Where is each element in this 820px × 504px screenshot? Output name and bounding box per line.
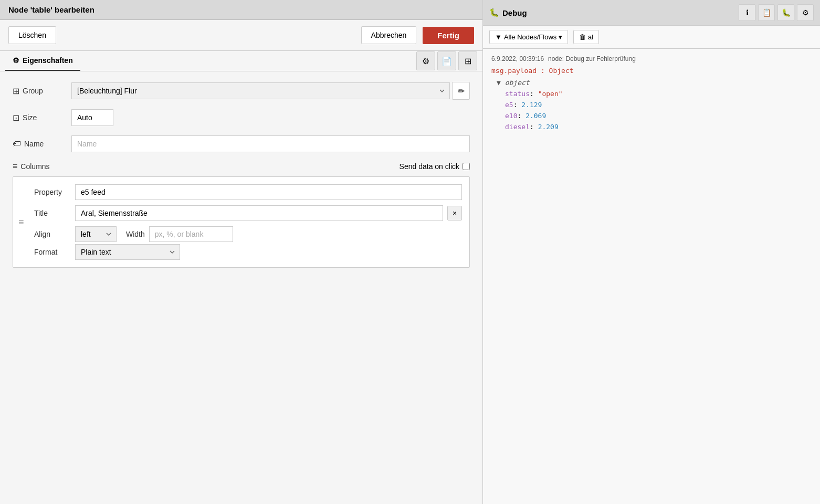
debug-payload-label: msg.payload : Object [491, 67, 812, 75]
columns-label-text: Columns [20, 162, 49, 171]
format-select[interactable]: Plain text HTML Link [75, 244, 180, 260]
width-label: Width [126, 230, 145, 238]
size-row: ⊡ Size [13, 109, 470, 126]
size-label-text: Size [23, 113, 37, 122]
align-label: Align [34, 230, 71, 238]
tab-label: Eigenschaften [23, 56, 73, 65]
group-row: ⊞ Group [Beleuchtung] Flur ✏ [13, 82, 470, 100]
size-input[interactable] [71, 109, 113, 126]
clear-label: al [588, 33, 593, 41]
form-area: ⊞ Group [Beleuchtung] Flur ✏ ⊡ Size 🏷 Na… [0, 71, 482, 504]
delete-col-icon: × [453, 209, 457, 217]
name-row: 🏷 Name [13, 135, 470, 152]
right-panel: 🐛 Debug ℹ 📋 🐛 ⚙ ▼ Alle Nodes/Flows ▾ 🗑 a… [483, 0, 820, 504]
column-card: ≡ Property Title × Align left center [13, 176, 470, 268]
debug-entry-header: 6.9.2022, 00:39:16 node: Debug zur Fehle… [491, 55, 812, 65]
filter-label: Alle Nodes/Flows [504, 33, 556, 41]
name-label: 🏷 Name [13, 139, 65, 149]
info-icon-button[interactable]: ℹ [739, 4, 755, 21]
col-title-label: Title [34, 209, 71, 217]
cancel-button[interactable]: Abbrechen [361, 26, 417, 44]
panel-title: Node 'table' bearbeiten [0, 0, 482, 20]
clipboard-icon-button[interactable]: 📋 [758, 4, 775, 21]
size-icon: ⊡ [13, 113, 19, 123]
prop-diesel: diesel: 2.209 [505, 123, 812, 131]
chevron-icon[interactable]: ▼ [497, 79, 501, 87]
name-input[interactable] [71, 135, 470, 152]
debug-object-tree: ▼ object status: "open" e5: 2.129 e10: 2… [491, 79, 812, 131]
bug-icon-button[interactable]: 🐛 [777, 4, 794, 21]
debug-title-text: Debug [502, 8, 527, 17]
delete-column-button[interactable]: × [447, 206, 462, 220]
tab-icons: ⚙ 📄 ⊞ [416, 51, 477, 70]
debug-node-info: node: Debug zur Fehlerprüfung [548, 55, 636, 65]
settings-icon-button[interactable]: ⚙ [797, 4, 814, 21]
width-input[interactable] [149, 226, 233, 242]
debug-bug-icon: 🐛 [489, 8, 499, 17]
toolbar: Löschen Abbrechen Fertig [0, 20, 482, 51]
property-row: Property [34, 184, 462, 200]
tab-icon-gear[interactable]: ⚙ [416, 51, 435, 70]
debug-timestamp: 6.9.2022, 00:39:16 [491, 55, 544, 62]
group-label: ⊞ Group [13, 86, 65, 96]
panel-title-text: Node 'table' bearbeiten [8, 5, 94, 14]
done-button[interactable]: Fertig [423, 27, 474, 44]
group-select[interactable]: [Beleuchtung] Flur [71, 82, 450, 99]
debug-content: 6.9.2022, 00:39:16 node: Debug zur Fehle… [483, 49, 820, 504]
delete-button[interactable]: Löschen [8, 26, 56, 44]
debug-toolbar: ▼ Alle Nodes/Flows ▾ 🗑 al [483, 26, 820, 49]
format-label: Format [34, 248, 71, 256]
object-root: ▼ object [497, 79, 812, 87]
name-label-text: Name [24, 140, 44, 148]
title-row: Title × [34, 205, 462, 221]
object-properties: status: "open" e5: 2.129 e10: 2.069 dies… [497, 90, 812, 131]
tab-eigenschaften[interactable]: ⚙ Eigenschaften [5, 51, 80, 71]
prop-e5: e5: 2.129 [505, 101, 812, 109]
columns-row: ≡ Columns Send data on click [13, 162, 470, 171]
align-width-row: Align left center right Width [34, 226, 462, 242]
send-data-label: Send data on click [400, 162, 470, 171]
prop-e10: e10: 2.069 [505, 112, 812, 120]
prop-status: status: "open" [505, 90, 812, 98]
group-label-text: Group [23, 87, 43, 95]
tab-icon-doc[interactable]: 📄 [437, 51, 456, 70]
debug-title: 🐛 Debug [489, 8, 527, 17]
edit-group-button[interactable]: ✏ [452, 82, 470, 100]
columns-label: ≡ Columns [13, 162, 65, 171]
property-input[interactable] [75, 184, 462, 200]
object-label: object [505, 79, 530, 87]
settings-icon: ⚙ [13, 56, 19, 65]
trash-icon: 🗑 [579, 33, 586, 41]
property-label: Property [34, 188, 71, 196]
name-icon: 🏷 [13, 139, 21, 149]
tab-icon-grid[interactable]: ⊞ [458, 51, 477, 70]
left-panel: Node 'table' bearbeiten Löschen Abbreche… [0, 0, 483, 504]
tab-bar: ⚙ Eigenschaften ⚙ 📄 ⊞ [0, 51, 482, 71]
debug-header: 🐛 Debug ℹ 📋 🐛 ⚙ [483, 0, 820, 26]
align-select[interactable]: left center right [75, 226, 117, 242]
columns-icon: ≡ [13, 162, 17, 171]
format-row: Format Plain text HTML Link [34, 244, 462, 260]
drag-handle-icon[interactable]: ≡ [18, 217, 24, 228]
send-data-checkbox[interactable] [462, 163, 470, 170]
filter-icon: ▼ [495, 33, 502, 41]
size-label: ⊡ Size [13, 113, 65, 123]
group-icon: ⊞ [13, 86, 19, 96]
col-title-input[interactable] [75, 205, 443, 221]
filter-chevron-icon: ▾ [559, 33, 562, 41]
filter-button[interactable]: ▼ Alle Nodes/Flows ▾ [489, 30, 568, 44]
clear-button[interactable]: 🗑 al [573, 30, 599, 44]
group-select-group: [Beleuchtung] Flur ✏ [71, 82, 470, 100]
send-data-text: Send data on click [400, 162, 459, 171]
